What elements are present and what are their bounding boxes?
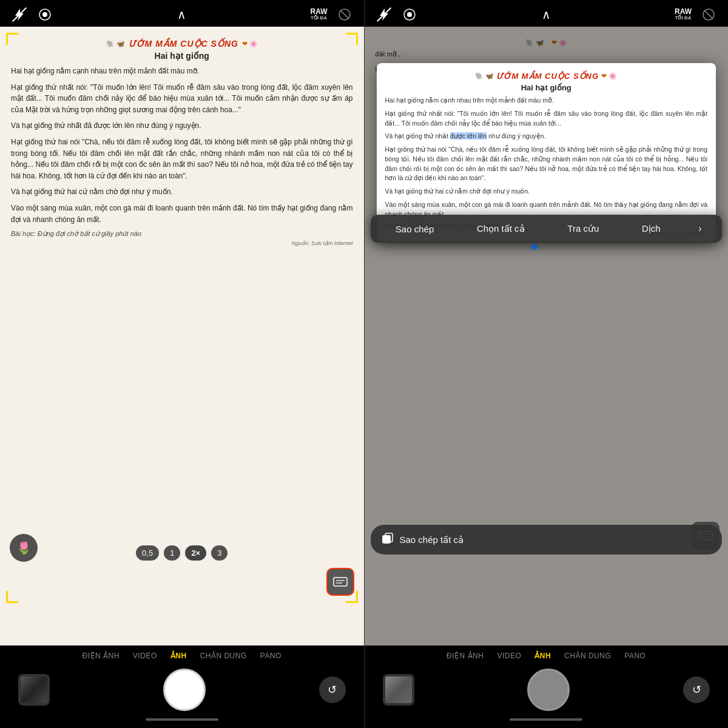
live-icon-left[interactable] xyxy=(36,6,53,23)
svg-rect-5 xyxy=(334,578,347,586)
live-icon-right[interactable] xyxy=(401,6,418,23)
svg-rect-14 xyxy=(383,536,390,543)
svg-marker-8 xyxy=(380,8,388,21)
right-bottom-controls: ĐIỆN ẢNH VIDEO ẢNH CHÂN DUNG PANO ↺ xyxy=(365,645,729,728)
shutter-button-right[interactable] xyxy=(527,669,570,711)
mode-dienanh-left[interactable]: ĐIỆN ẢNH xyxy=(83,652,120,660)
left-top-left-icons xyxy=(11,6,53,23)
zoom-05-btn[interactable]: 0,5 xyxy=(136,545,159,561)
mode-pano-left[interactable]: PANO xyxy=(260,652,281,660)
left-source: Nguồn: Sưu tầm Internet xyxy=(11,240,353,246)
left-top-right-icons: RAW TỐI ĐA xyxy=(311,6,353,23)
svg-marker-0 xyxy=(15,8,24,21)
raw-label-right: RAW TỐI ĐA xyxy=(675,8,692,21)
popup-title: Hai hạt giống xyxy=(385,83,708,92)
svg-line-4 xyxy=(340,10,349,19)
chevron-up-left[interactable]: ∧ xyxy=(177,7,186,22)
home-indicator-right xyxy=(510,718,582,721)
selection-handle xyxy=(531,244,538,250)
right-panel: ∧ RAW TỐI ĐA 🐘 🦋 ❤ 🌸 đất mỡ... H xyxy=(365,0,729,728)
left-para-4: Hạt giống thứ hai nói "Chà, nếu tôi đâm … xyxy=(11,136,353,181)
flip-camera-btn-right[interactable]: ↺ xyxy=(683,676,710,703)
left-mode-selector: ĐIỆN ẢNH VIDEO ẢNH CHÂN DUNG PANO xyxy=(0,645,364,664)
mode-anh-right[interactable]: ẢNH xyxy=(534,652,551,660)
thumbnail-image-right xyxy=(385,676,412,703)
left-viewfinder: 🐘 🦋 ƯỚM MẦM CUỘC SỐNG ❤ 🌸 Hai hạt giống … xyxy=(0,27,364,645)
left-panel: ∧ RAW TỐI ĐA 🐘 🦋 ƯỚM MẦM CUỘC SỐNG ❤ 🌸 xyxy=(0,0,364,728)
popup-para-1: Hai hạt giống nằm cạnh nhau trên một mản… xyxy=(385,96,708,106)
thumbnail-image-left xyxy=(21,676,47,703)
context-translate[interactable]: Dịch xyxy=(637,221,666,237)
sao-chep-text: Sao chép tất cả xyxy=(400,534,464,545)
left-para-7: Bài học: Đừng đợi chờ bất cứ giây phút n… xyxy=(11,230,353,238)
svg-point-2 xyxy=(42,12,47,17)
mode-chandung-right[interactable]: CHÂN DUNG xyxy=(564,652,611,660)
live-off-icon-right[interactable] xyxy=(700,6,717,23)
context-search[interactable]: Tra cứu xyxy=(562,221,604,237)
mode-pano-right[interactable]: PANO xyxy=(624,652,645,660)
context-select-all[interactable]: Chọn tất cả xyxy=(472,221,530,237)
popup-para-5: Và hạt giống thứ hai cứ nằm chờ đợi như … xyxy=(385,187,708,197)
right-shutter-row: ↺ xyxy=(365,664,729,715)
left-shutter-row: ↺ xyxy=(0,664,364,715)
zoom-2x-btn[interactable]: 2× xyxy=(185,545,206,561)
left-doc-title: Hai hạt giống xyxy=(11,51,353,61)
chevron-up-right[interactable]: ∧ xyxy=(542,7,551,22)
left-para-6: Vào một sáng mùa xuân, một con gà mái đi… xyxy=(11,203,353,225)
mode-chandung-left[interactable]: CHÂN DUNG xyxy=(200,652,247,660)
raw-label-left: RAW TỐI ĐA xyxy=(311,8,328,21)
shutter-button-left[interactable] xyxy=(163,669,206,711)
left-para-1: Hai hạt giống nằm cạnh nhau trên một mản… xyxy=(11,66,353,77)
left-doc-title-section: Hai hạt giống xyxy=(11,51,353,61)
mode-video-right[interactable]: VIDEO xyxy=(497,652,521,660)
left-doc-header: ƯỚM MẦM CUỘC SỐNG xyxy=(129,39,238,49)
thumbnail-right[interactable] xyxy=(383,674,414,706)
popup-para-3: Và hạt giống thứ nhất được lớn lên như đ… xyxy=(385,132,708,141)
svg-point-10 xyxy=(407,12,412,17)
live-off-icon-left[interactable] xyxy=(336,6,353,23)
zoom-controls-left: 0,5 1 2× 3 xyxy=(0,543,364,562)
right-mode-selector: ĐIỆN ẢNH VIDEO ẢNH CHÂN DUNG PANO xyxy=(365,645,729,664)
flip-camera-btn-left[interactable]: ↺ xyxy=(319,676,346,703)
popup-para-2: Hạt giống thứ nhất nói: "Tôi muốn lớn lê… xyxy=(385,109,708,129)
context-copy[interactable]: Sao chép xyxy=(391,221,439,237)
right-viewfinder: 🐘 🦋 ❤ 🌸 đất mỡ... Hạt giống thứ nhất nói… xyxy=(365,27,729,645)
popup-para-4: Hạt giống thứ hai nói "Chà, nếu tôi đâm … xyxy=(385,145,708,183)
svg-line-12 xyxy=(704,10,713,19)
popup-header: ƯỚM MẦM CUỘC SỐNG xyxy=(496,72,599,81)
context-more-arrow[interactable]: › xyxy=(698,223,701,234)
flash-icon-left[interactable] xyxy=(11,6,28,23)
ocr-button-left[interactable] xyxy=(326,568,354,596)
home-indicator-left xyxy=(146,718,218,721)
selected-text: được lớn lên xyxy=(450,132,487,140)
left-bottom-controls: ĐIỆN ẢNH VIDEO ẢNH CHÂN DUNG PANO ↺ xyxy=(0,645,364,728)
mode-anh-left[interactable]: ẢNH xyxy=(170,652,187,660)
mode-dienanh-right[interactable]: ĐIỆN ẢNH xyxy=(447,652,484,660)
flash-icon-right[interactable] xyxy=(376,6,393,23)
mode-video-left[interactable]: VIDEO xyxy=(133,652,157,660)
right-top-right-icons: RAW TỐI ĐA xyxy=(675,6,717,23)
right-top-left-icons xyxy=(376,6,418,23)
right-top-bar: ∧ RAW TỐI ĐA xyxy=(365,0,729,27)
left-para-2: Hạt giống thứ nhất nói: "Tôi muốn lớn lê… xyxy=(11,82,353,116)
left-top-bar: ∧ RAW TỐI ĐA xyxy=(0,0,364,27)
zoom-1-btn[interactable]: 1 xyxy=(164,545,180,561)
thumbnail-left[interactable] xyxy=(18,674,50,706)
copy-icon xyxy=(382,532,394,547)
flower-button-left[interactable]: 🌷 xyxy=(10,534,38,562)
left-para-3: Và hạt giống thứ nhất đã được lớn lên nh… xyxy=(11,120,353,132)
left-para-5: Và hạt giống thứ hai cứ nằm chờ đợi như … xyxy=(11,186,353,198)
context-menu: Sao chép Chọn tất cả Tra cứu Dịch › xyxy=(371,215,723,243)
zoom-3-btn[interactable]: 3 xyxy=(211,545,228,561)
sao-chep-bar[interactable]: Sao chép tất cả xyxy=(371,525,723,554)
